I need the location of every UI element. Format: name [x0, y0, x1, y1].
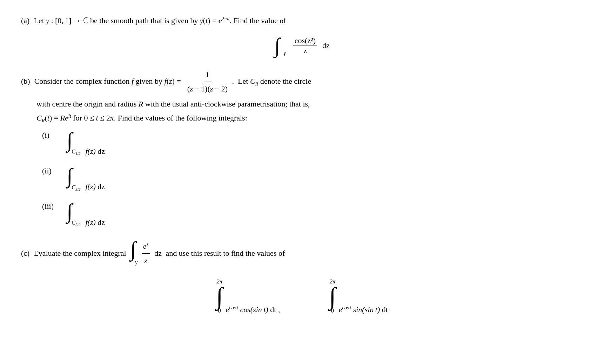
int-sub-iii: C5/2	[72, 219, 80, 227]
int-c-right: 2π ∫ 0 ecos t sin(sin t) dt	[329, 278, 388, 315]
frac-a: cos(z²) z	[293, 36, 317, 55]
part-c-integral: ∫ γ ez z dz	[130, 240, 162, 268]
integral-sub-a: γ	[283, 49, 286, 56]
int-sub-ii: C3/2	[72, 184, 80, 191]
part-b-text3: CR(t) = Reit for 0 ≤ t ≤ 2π. Find the va…	[36, 111, 583, 125]
part-b-label: (b)	[21, 75, 30, 88]
part-c-bottom-integrals: 2π ∫ 0 ecos t cos(sin t) dt , 2π ∫ 0 eco…	[21, 278, 583, 315]
int-right-expr: ecos t sin(sin t) dt	[339, 305, 388, 314]
sub-item-ii: (ii) ∫ C3/2 f(z) dz	[42, 166, 583, 191]
int-right-wrapper: 2π ∫ 0	[329, 278, 336, 315]
int-ii-wrapper: ∫ C3/2	[67, 166, 80, 191]
sub-label-ii: (ii)	[42, 166, 67, 176]
frac-b-num: 1	[204, 68, 211, 82]
frac-b: 1 (z − 1)(z − 2)	[186, 68, 229, 96]
part-c-label: (c)	[21, 247, 29, 260]
dz-c: dz	[154, 247, 162, 260]
frac-num-a: cos(z²)	[293, 36, 317, 46]
int-body-i: f(z) dz	[85, 147, 105, 156]
sub-integral-iii: ∫ C5/2 f(z) dz	[67, 202, 105, 227]
part-b-text2: with centre the origin and radius R with…	[36, 97, 583, 111]
sub-integral-i: ∫ C1/2 f(z) dz	[67, 131, 105, 156]
integral-sign-a: ∫	[274, 36, 280, 55]
frac-c-den: z	[143, 254, 149, 268]
int-i-wrapper: ∫ C1/2	[67, 131, 80, 156]
integral-symbol-a: ∫ γ	[274, 36, 280, 55]
part-b: (b) Consider the complex function f give…	[21, 68, 583, 227]
part-c-text: (c) Evaluate the complex integral ∫ γ ez…	[21, 240, 583, 268]
part-b-text: (b) Consider the complex function f give…	[21, 68, 583, 96]
dz-a: dz	[322, 41, 330, 50]
sub-label-i: (i)	[42, 131, 67, 140]
part-b-content: Consider the complex function f given by…	[34, 68, 311, 96]
part-a-integral-expr: ∫ γ cos(z²) z dz	[274, 36, 330, 55]
part-a-content: Let γ : [0, 1] → ℂ be the smooth path th…	[34, 14, 286, 28]
frac-b-den: (z − 1)(z − 2)	[186, 82, 229, 96]
part-c: (c) Evaluate the complex integral ∫ γ ez…	[21, 240, 583, 315]
part-b-subitems: (i) ∫ C1/2 f(z) dz (ii) ∫ C3/2 f(z) dz	[42, 131, 583, 227]
int-sub-i: C1/2	[72, 148, 80, 156]
int-left-lower: 0	[218, 307, 221, 314]
part-a: (a) Let γ : [0, 1] → ℂ be the smooth pat…	[21, 14, 583, 55]
int-left-sign: ∫	[216, 286, 223, 307]
int-sign-i: ∫	[67, 131, 72, 150]
frac-c-num: ez	[142, 240, 150, 254]
int-c-left: 2π ∫ 0 ecos t cos(sin t) dt ,	[216, 278, 280, 315]
int-body-ii: f(z) dz	[85, 182, 105, 191]
int-body-iii: f(z) dz	[85, 218, 105, 227]
int-c-wrapper: ∫ γ	[130, 240, 137, 268]
int-right-sign: ∫	[329, 286, 336, 307]
int-left-expr: ecos t cos(sin t) dt ,	[226, 305, 280, 314]
part-a-text: (a) Let γ : [0, 1] → ℂ be the smooth pat…	[21, 14, 583, 28]
part-c-content: Evaluate the complex integral ∫ γ ez z d…	[34, 240, 285, 268]
sub-item-i: (i) ∫ C1/2 f(z) dz	[42, 131, 583, 156]
int-left-wrapper: 2π ∫ 0	[216, 278, 223, 315]
frac-c: ez z	[142, 240, 150, 268]
part-a-label: (a)	[21, 14, 29, 28]
sub-item-iii: (iii) ∫ C5/2 f(z) dz	[42, 202, 583, 227]
sub-integral-ii: ∫ C3/2 f(z) dz	[67, 166, 105, 191]
int-right-lower: 0	[331, 307, 334, 314]
int-sign-iii: ∫	[67, 202, 72, 221]
integral-frac-a: cos(z²) z	[292, 36, 318, 55]
int-sign-c: ∫	[130, 240, 136, 259]
int-sign-ii: ∫	[67, 166, 72, 185]
int-sub-c: γ	[135, 257, 137, 268]
int-iii-wrapper: ∫ C5/2	[67, 202, 80, 227]
frac-den-a: z	[302, 46, 308, 55]
part-a-integral: ∫ γ cos(z²) z dz	[21, 36, 583, 55]
sub-label-iii: (iii)	[42, 202, 67, 211]
